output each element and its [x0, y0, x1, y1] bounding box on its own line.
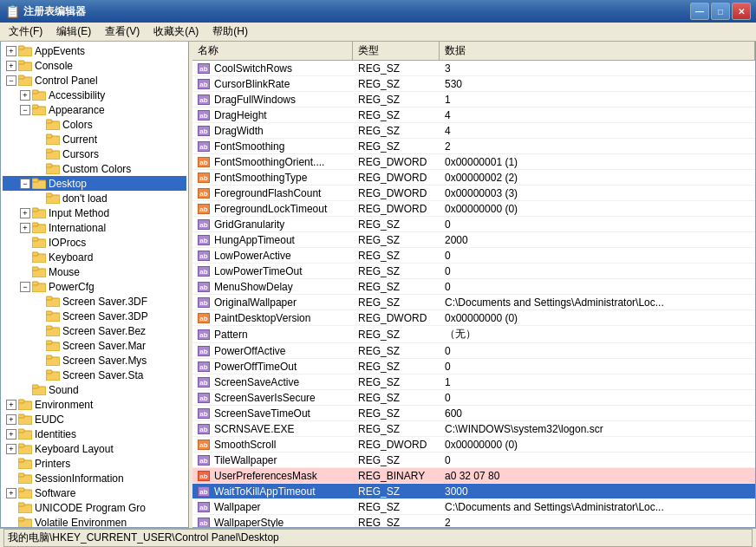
- tree-expander[interactable]: +: [20, 223, 30, 233]
- tree-node-powercfg[interactable]: − PowerCfg: [3, 279, 186, 294]
- minimize-button[interactable]: —: [690, 3, 709, 20]
- menu-item[interactable]: 编辑(E): [49, 23, 98, 41]
- table-row[interactable]: ab PowerOffActive REG_SZ 0: [192, 343, 755, 359]
- tree-node-keyboard_layout[interactable]: + Keyboard Layout: [3, 441, 186, 456]
- tree-expander[interactable]: −: [20, 179, 30, 189]
- tree-expander[interactable]: +: [6, 400, 16, 410]
- tree-expander[interactable]: +: [20, 90, 30, 101]
- table-row[interactable]: ab UserPreferencesMask REG_BINARY a0 32 …: [192, 468, 755, 484]
- table-row[interactable]: ab LowPowerActive REG_SZ 0: [192, 248, 755, 264]
- folder-icon: [18, 399, 32, 410]
- table-row[interactable]: ab ForegroundLockTimeout REG_DWORD 0x000…: [192, 201, 755, 217]
- tree-node-cursors[interactable]: Cursors: [3, 147, 186, 161]
- table-row[interactable]: ab WallpaperStyle REG_SZ 2: [192, 515, 755, 527]
- tree-node-ssmar[interactable]: Screen Saver.Mar: [3, 338, 186, 353]
- table-row[interactable]: ab MenuShowDelay REG_SZ 0: [192, 279, 755, 295]
- table-row[interactable]: ab DragWidth REG_SZ 4: [192, 123, 755, 139]
- tree-node-ioprocs[interactable]: IOProcs: [3, 235, 186, 250]
- tree-node-input_method[interactable]: + Input Method: [3, 205, 186, 220]
- table-row[interactable]: ab PowerOffTimeOut REG_SZ 0: [192, 359, 755, 374]
- table-row[interactable]: ab FontSmoothingOrient.... REG_DWORD 0x0…: [192, 154, 755, 170]
- title-bar: 📋 注册表编辑器 — □ ✕: [0, 0, 756, 23]
- table-row[interactable]: ab FontSmoothingType REG_DWORD 0x0000000…: [192, 170, 755, 186]
- table-row[interactable]: ab OriginalWallpaper REG_SZ C:\Documents…: [192, 295, 755, 310]
- tree-node-eudc[interactable]: + EUDC: [3, 412, 186, 427]
- table-row[interactable]: ab WaitToKillAppTimeout REG_SZ 3000: [192, 484, 755, 499]
- col-header-data[interactable]: 数据: [440, 42, 755, 60]
- tree-node-appevents[interactable]: + AppEvents: [3, 43, 186, 58]
- tree-node-accessibility[interactable]: + Accessibility: [3, 88, 186, 102]
- table-row[interactable]: ab CoolSwitchRows REG_SZ 3: [192, 61, 755, 76]
- table-row[interactable]: ab ScreenSaveActive REG_SZ 1: [192, 374, 755, 390]
- table-row[interactable]: ab GridGranularity REG_SZ 0: [192, 217, 755, 232]
- menu-item[interactable]: 文件(F): [2, 23, 49, 41]
- tree-node-current[interactable]: Current: [3, 132, 186, 147]
- tree-expander[interactable]: +: [6, 46, 16, 56]
- tree-node-console[interactable]: + Console: [3, 58, 186, 73]
- menu-item[interactable]: 查看(V): [98, 23, 147, 41]
- cell-name-value: LowPowerTimeOut: [214, 265, 303, 277]
- table-row[interactable]: ab HungAppTimeout REG_SZ 2000: [192, 232, 755, 248]
- tree-node-appearance[interactable]: − Appearance: [3, 102, 186, 117]
- svg-rect-47: [32, 385, 38, 388]
- table-row[interactable]: ab Wallpaper REG_SZ C:\Documents and Set…: [192, 499, 755, 515]
- menu-item[interactable]: 帮助(H): [205, 23, 255, 41]
- tree-node-sssta[interactable]: Screen Saver.Sta: [3, 368, 186, 382]
- cell-data-value: 2000: [440, 233, 755, 247]
- tree-expander[interactable]: +: [6, 429, 16, 440]
- tree-node-control_panel[interactable]: − Control Panel: [3, 73, 186, 88]
- tree-node-desktop[interactable]: − Desktop: [3, 176, 186, 191]
- tree-node-sessioninfo[interactable]: SessionInformation: [3, 471, 186, 485]
- tree-node-identities[interactable]: + Identities: [3, 427, 186, 441]
- tree-node-sound[interactable]: Sound: [3, 382, 186, 397]
- tree-expander[interactable]: −: [20, 282, 30, 292]
- row-icon: ab: [198, 204, 210, 214]
- col-header-type[interactable]: 类型: [353, 42, 440, 60]
- col-header-name[interactable]: 名称: [192, 42, 353, 60]
- table-row[interactable]: ab Pattern REG_SZ （无）: [192, 326, 755, 343]
- tree-node-mouse[interactable]: Mouse: [3, 264, 186, 279]
- menu-item[interactable]: 收藏夹(A): [147, 23, 205, 41]
- tree-node-ss3dp[interactable]: Screen Saver.3DP: [3, 309, 186, 323]
- tree-expander[interactable]: −: [20, 105, 30, 115]
- table-row[interactable]: ab DragFullWindows REG_SZ 1: [192, 92, 755, 107]
- tree-node-dont_load[interactable]: don't load: [3, 191, 186, 205]
- tree-node-ssmys[interactable]: Screen Saver.Mys: [3, 353, 186, 368]
- cell-type-value: REG_SZ: [353, 62, 440, 75]
- table-row[interactable]: ab ScreenSaverIsSecure REG_SZ 0: [192, 390, 755, 406]
- maximize-button[interactable]: □: [711, 3, 730, 20]
- table-row[interactable]: ab DragHeight REG_SZ 4: [192, 107, 755, 123]
- tree-expander[interactable]: +: [6, 444, 16, 454]
- tree-node-ssbez[interactable]: Screen Saver.Bez: [3, 323, 186, 338]
- tree-node-keyboard[interactable]: Keyboard: [3, 250, 186, 264]
- tree-expander[interactable]: +: [6, 61, 16, 71]
- tree-node-custom_colors[interactable]: Custom Colors: [3, 161, 186, 176]
- close-button[interactable]: ✕: [732, 3, 751, 20]
- tree-node-colors[interactable]: Colors: [3, 117, 186, 132]
- tree-node-ss3df[interactable]: Screen Saver.3DF: [3, 294, 186, 309]
- table-row[interactable]: ab SmoothScroll REG_DWORD 0x00000000 (0): [192, 437, 755, 453]
- tree-node-international[interactable]: + International: [3, 220, 186, 235]
- window-title: 注册表编辑器: [23, 4, 690, 19]
- table-row[interactable]: ab SCRNSAVE.EXE REG_SZ C:\WINDOWS\system…: [192, 421, 755, 437]
- tree-node-environment[interactable]: + Environment: [3, 397, 186, 412]
- table-row[interactable]: ab PaintDesktopVersion REG_DWORD 0x00000…: [192, 310, 755, 326]
- cell-data-value: 3: [440, 62, 755, 75]
- table-row[interactable]: ab FontSmoothing REG_SZ 2: [192, 139, 755, 154]
- tree-node-volatile[interactable]: Volatile Environmen: [3, 515, 186, 528]
- tree-label: Screen Saver.3DF: [62, 296, 147, 308]
- tree-expander[interactable]: −: [6, 75, 16, 86]
- tree-node-unicode[interactable]: UNICODE Program Gro: [3, 500, 186, 515]
- table-row[interactable]: ab LowPowerTimeOut REG_SZ 0: [192, 264, 755, 279]
- tree-node-software[interactable]: + Software: [3, 485, 186, 500]
- table-row[interactable]: ab TileWallpaper REG_SZ 0: [192, 453, 755, 468]
- cell-name-value: DragWidth: [214, 125, 264, 137]
- tree-expander[interactable]: +: [6, 414, 16, 425]
- tree-label: Sound: [49, 384, 79, 396]
- table-row[interactable]: ab CursorBlinkRate REG_SZ 530: [192, 76, 755, 92]
- tree-node-printers[interactable]: Printers: [3, 456, 186, 471]
- table-row[interactable]: ab ScreenSaveTimeOut REG_SZ 600: [192, 406, 755, 421]
- table-row[interactable]: ab ForegroundFlashCount REG_DWORD 0x0000…: [192, 186, 755, 201]
- tree-expander[interactable]: +: [20, 208, 30, 218]
- tree-expander[interactable]: +: [6, 488, 16, 498]
